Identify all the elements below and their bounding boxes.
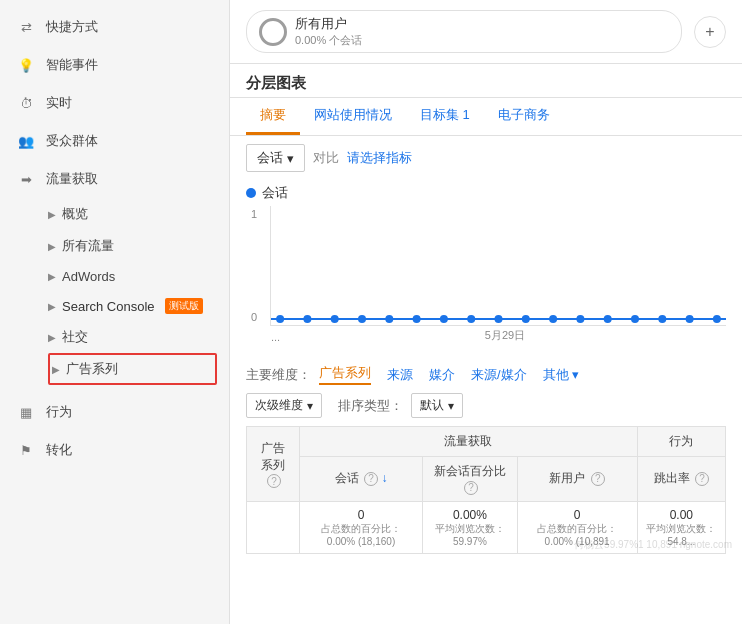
col-group-acquisition: 流量获取 xyxy=(299,427,637,457)
help-icon-new-sessions[interactable]: ? xyxy=(464,481,478,495)
dim-other[interactable]: 其他 ▾ xyxy=(543,366,580,384)
dim-source-medium[interactable]: 来源/媒介 xyxy=(471,366,527,384)
cell-ad-series-name xyxy=(247,501,300,553)
vs-label: 对比 xyxy=(313,149,339,167)
cell-bounce-rate-val: 0.00 xyxy=(646,508,717,522)
add-segment-button[interactable]: + xyxy=(694,16,726,48)
x-label-date: 5月29日 xyxy=(485,328,525,343)
sidebar-item-shortcuts[interactable]: ⇄ 快捷方式 xyxy=(0,8,229,46)
svg-point-1 xyxy=(276,315,284,323)
bulb-icon: 💡 xyxy=(16,55,36,75)
svg-point-7 xyxy=(440,315,448,323)
data-table-container: 广告系列 ? 流量获取 行为 会话 ? ↓ xyxy=(230,426,742,554)
svg-point-3 xyxy=(331,315,339,323)
sidebar-item-acquisition[interactable]: ➡ 流量获取 xyxy=(0,160,229,198)
cell-new-sessions-sub: 平均浏览次数：59.97% xyxy=(431,522,508,547)
chevron-right-icon: ▶ xyxy=(48,209,56,220)
help-icon-sessions[interactable]: ? xyxy=(364,472,378,486)
tab-ecommerce[interactable]: 电子商务 xyxy=(484,98,564,135)
segment-info: 所有用户 0.00% 个会话 xyxy=(295,15,362,48)
col-group-behavior: 行为 xyxy=(637,427,725,457)
chevron-right-icon: ▶ xyxy=(48,271,56,282)
y-axis-bottom: 0 xyxy=(251,311,257,323)
tab-summary[interactable]: 摘要 xyxy=(246,98,300,135)
col-header-bounce-rate[interactable]: 跳出率 ? xyxy=(637,457,725,502)
metric-dropdown[interactable]: 会话 ▾ xyxy=(246,144,305,172)
sub-dimension-label: 次级维度 xyxy=(255,397,303,414)
segment-circle xyxy=(259,18,287,46)
col-header-new-users[interactable]: 新用户 ? xyxy=(517,457,637,502)
segment-sub: 0.00% 个会话 xyxy=(295,33,362,48)
cell-sessions: 0 占总数的百分比：0.00% (18,160) xyxy=(299,501,422,553)
secondary-bar: 次级维度 ▾ 排序类型： 默认 ▾ xyxy=(230,389,742,426)
dim-medium[interactable]: 媒介 xyxy=(429,366,455,384)
dim-source[interactable]: 来源 xyxy=(387,366,413,384)
sidebar-label-social: 社交 xyxy=(62,328,88,346)
help-icon-bounce-rate[interactable]: ? xyxy=(695,472,709,486)
sidebar-label-audience: 受众群体 xyxy=(46,132,217,150)
sidebar-label-adwords: AdWords xyxy=(62,269,115,284)
sidebar-item-realtime[interactable]: ⏱ 实时 xyxy=(0,84,229,122)
svg-point-11 xyxy=(549,315,557,323)
sidebar-label-behavior: 行为 xyxy=(46,403,217,421)
chevron-down-icon: ▾ xyxy=(307,399,313,413)
legend-dot-sessions xyxy=(246,188,256,198)
sidebar-label-smart-events: 智能事件 xyxy=(46,56,217,74)
chevron-down-icon: ▾ xyxy=(287,151,294,166)
cell-new-sessions-val: 0.00% xyxy=(431,508,508,522)
main-content: 所有用户 0.00% 个会话 + 分层图表 摘要 网站使用情况 目标集 1 电子… xyxy=(230,0,742,624)
col-header-sessions[interactable]: 会话 ? ↓ xyxy=(299,457,422,502)
help-icon-ad-series[interactable]: ? xyxy=(267,474,281,488)
sidebar-label-all-traffic: 所有流量 xyxy=(62,237,114,255)
svg-point-13 xyxy=(604,315,612,323)
svg-point-14 xyxy=(631,315,639,323)
tab-site-usage[interactable]: 网站使用情况 xyxy=(300,98,406,135)
sidebar-label-shortcuts: 快捷方式 xyxy=(46,18,217,36)
sidebar-label-ad-series: 广告系列 xyxy=(66,360,118,378)
sidebar-item-adwords[interactable]: ▶ AdWords xyxy=(48,262,229,291)
x-label-dots: ... xyxy=(271,331,280,343)
acquisition-icon: ➡ xyxy=(16,169,36,189)
sort-default-label: 默认 xyxy=(420,397,444,414)
legend-label-sessions: 会话 xyxy=(262,184,288,202)
data-table: 广告系列 ? 流量获取 行为 会话 ? ↓ xyxy=(246,426,726,554)
svg-point-16 xyxy=(686,315,694,323)
people-icon: 👥 xyxy=(16,131,36,151)
sidebar-label-search-console: Search Console xyxy=(62,299,155,314)
svg-point-6 xyxy=(413,315,421,323)
svg-point-10 xyxy=(522,315,530,323)
arrow-icon: ⇄ xyxy=(16,17,36,37)
sidebar-item-search-console[interactable]: ▶ Search Console 测试版 xyxy=(48,291,229,321)
chevron-right-icon: ▶ xyxy=(48,301,56,312)
tab-goal-1[interactable]: 目标集 1 xyxy=(406,98,484,135)
select-metric-link[interactable]: 请选择指标 xyxy=(347,149,412,167)
sidebar-label-overview: 概览 xyxy=(62,205,88,223)
col-header-new-sessions[interactable]: 新会话百分比 ? xyxy=(423,457,517,502)
sub-dimension-dropdown[interactable]: 次级维度 ▾ xyxy=(246,393,322,418)
sidebar-label-conversion: 转化 xyxy=(46,441,217,459)
sidebar-item-behavior[interactable]: ▦ 行为 xyxy=(0,393,229,431)
sidebar-item-ad-series[interactable]: ▶ 广告系列 xyxy=(48,353,217,385)
segment-chip[interactable]: 所有用户 0.00% 个会话 xyxy=(246,10,682,53)
sidebar-item-smart-events[interactable]: 💡 智能事件 xyxy=(0,46,229,84)
segment-bar: 所有用户 0.00% 个会话 + xyxy=(230,0,742,64)
watermark: 何杨云59.97%1 10,891 ngnote.com xyxy=(574,538,732,552)
sidebar-item-audience[interactable]: 👥 受众群体 xyxy=(0,122,229,160)
segment-name: 所有用户 xyxy=(295,15,362,33)
section-title: 分层图表 xyxy=(230,64,742,98)
help-icon-new-users[interactable]: ? xyxy=(591,472,605,486)
clock-icon: ⏱ xyxy=(16,93,36,113)
sidebar-item-conversion[interactable]: ⚑ 转化 xyxy=(0,431,229,469)
chevron-right-icon: ▶ xyxy=(48,332,56,343)
beta-badge: 测试版 xyxy=(165,298,203,314)
flag-icon: ⚑ xyxy=(16,440,36,460)
sort-type-dropdown[interactable]: 默认 ▾ xyxy=(411,393,463,418)
sidebar-item-all-traffic[interactable]: ▶ 所有流量 xyxy=(48,230,229,262)
cell-sessions-sub: 占总数的百分比：0.00% (18,160) xyxy=(308,522,414,547)
sidebar-item-overview[interactable]: ▶ 概览 xyxy=(48,198,229,230)
grid-icon: ▦ xyxy=(16,402,36,422)
cell-new-users-val: 0 xyxy=(526,508,629,522)
dim-ad-series[interactable]: 广告系列 xyxy=(319,364,371,385)
sidebar-item-social[interactable]: ▶ 社交 xyxy=(48,321,229,353)
main-dimension-label: 主要维度： xyxy=(246,366,311,384)
